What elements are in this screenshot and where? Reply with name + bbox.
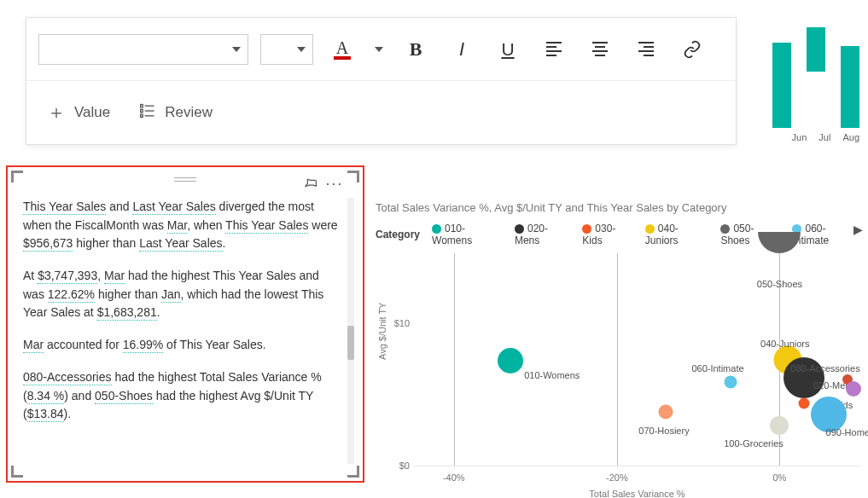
resize-handle-tr[interactable] xyxy=(347,171,359,182)
x-tick: -40% xyxy=(443,472,465,483)
text-format-toolbar: A B I U ＋ Value Review xyxy=(26,17,737,145)
resize-handle-bl[interactable] xyxy=(11,466,23,478)
month-labels: Jun Jul Aug xyxy=(792,132,859,142)
legend-item[interactable]: 060-Intimate xyxy=(792,223,861,246)
bubble-010-womens[interactable] xyxy=(498,348,523,374)
italic-button[interactable]: I xyxy=(445,32,479,67)
svg-rect-5 xyxy=(141,114,143,117)
bubble-070-hosiery[interactable] xyxy=(659,405,673,420)
insert-link-button[interactable] xyxy=(675,32,709,67)
bold-button[interactable]: B xyxy=(399,32,433,67)
x-tick: -20% xyxy=(606,472,628,483)
chart-title: Total Sales Variance %, Avg $/Unit TY an… xyxy=(376,201,861,214)
month-aug: Aug xyxy=(842,132,859,142)
bubble-unknown-purple[interactable] xyxy=(846,381,861,397)
month-jun: Jun xyxy=(792,132,807,142)
bubble-label: 090-Home xyxy=(826,427,868,437)
legend-label: Category xyxy=(376,229,420,240)
toolbar-row-actions: ＋ Value Review xyxy=(26,81,736,144)
svg-rect-3 xyxy=(141,104,143,107)
chevron-down-icon xyxy=(297,47,306,52)
legend-item[interactable]: 010-Womens xyxy=(432,223,504,246)
narrative-p3: Mar accounted for 16.99% of This Year Sa… xyxy=(23,336,342,355)
legend-item[interactable]: 030-Kids xyxy=(582,223,634,246)
scrollbar-thumb[interactable] xyxy=(347,326,354,360)
narrative-p4: 080-Accessories had the highest Total Sa… xyxy=(23,368,342,424)
resize-handle-tl[interactable] xyxy=(11,171,23,182)
bubble-050-shoes[interactable] xyxy=(758,232,801,253)
font-size-dropdown[interactable] xyxy=(260,34,313,65)
background-bars-right xyxy=(772,26,859,128)
bubble-label: 040-Juniors xyxy=(760,339,809,349)
align-left-button[interactable] xyxy=(537,32,571,67)
toolbar-row-format: A B I U xyxy=(26,18,736,81)
add-value-button[interactable]: ＋ Value xyxy=(38,95,119,130)
font-color-button[interactable]: A xyxy=(325,32,359,67)
bubble-100-groceries[interactable] xyxy=(770,416,789,435)
resize-handle-br[interactable] xyxy=(347,466,359,478)
review-button[interactable]: Review xyxy=(131,97,221,129)
y-axis-title: Avg $/Unit TY xyxy=(377,302,387,359)
underline-button[interactable]: U xyxy=(491,32,525,67)
font-color-dropdown[interactable] xyxy=(371,32,387,67)
y-tick: $0 xyxy=(376,460,410,471)
chevron-down-icon xyxy=(232,47,241,52)
review-list-icon xyxy=(139,102,156,124)
smart-narrative-visual[interactable]: ··· This Year Sales and Last Year Sales … xyxy=(6,165,364,483)
y-tick: $10 xyxy=(376,318,410,328)
pin-icon[interactable] xyxy=(301,174,320,193)
legend-item[interactable]: 040-Juniors xyxy=(645,223,711,246)
bubble-060-intimate[interactable] xyxy=(725,376,737,389)
narrative-p1: This Year Sales and Last Year Sales dive… xyxy=(23,198,342,253)
bubble-label: 060-Intimate xyxy=(691,363,743,374)
month-jul: Jul xyxy=(818,132,830,142)
svg-rect-4 xyxy=(141,109,143,112)
x-tick: 0% xyxy=(772,472,786,483)
align-right-button[interactable] xyxy=(629,32,663,67)
legend-next-icon[interactable]: ▶ xyxy=(853,223,863,236)
bubble-030-kids[interactable] xyxy=(799,398,810,409)
align-center-button[interactable] xyxy=(583,32,617,67)
bubble-label: 100-Groceries xyxy=(724,438,784,449)
legend-item[interactable]: 020-Mens xyxy=(515,223,572,246)
bubble-label: 050-Shoes xyxy=(757,279,802,289)
scatter-chart[interactable]: Total Sales Variance %, Avg $/Unit TY an… xyxy=(376,201,861,489)
more-options-icon[interactable]: ··· xyxy=(325,174,344,193)
plus-icon: ＋ xyxy=(47,100,66,125)
bubble-label: 080-Accessories xyxy=(790,363,859,374)
drag-grip[interactable] xyxy=(174,177,196,184)
bubble-label: 010-Womens xyxy=(524,370,580,380)
bubble-label: 070-Hosiery xyxy=(638,426,689,436)
narrative-text[interactable]: This Year Sales and Last Year Sales dive… xyxy=(23,198,342,466)
value-label: Value xyxy=(74,104,110,121)
narrative-p2: At $3,747,393, Mar had the highest This … xyxy=(23,267,342,322)
chevron-down-icon xyxy=(375,47,383,52)
review-label: Review xyxy=(165,104,213,121)
scrollbar[interactable] xyxy=(347,198,354,464)
x-axis-title: Total Sales Variance % xyxy=(413,489,861,498)
font-family-dropdown[interactable] xyxy=(38,34,248,65)
plot-area: Avg $/Unit TY $10 $0 -40% -20% 0% 050-Sh… xyxy=(413,253,861,466)
